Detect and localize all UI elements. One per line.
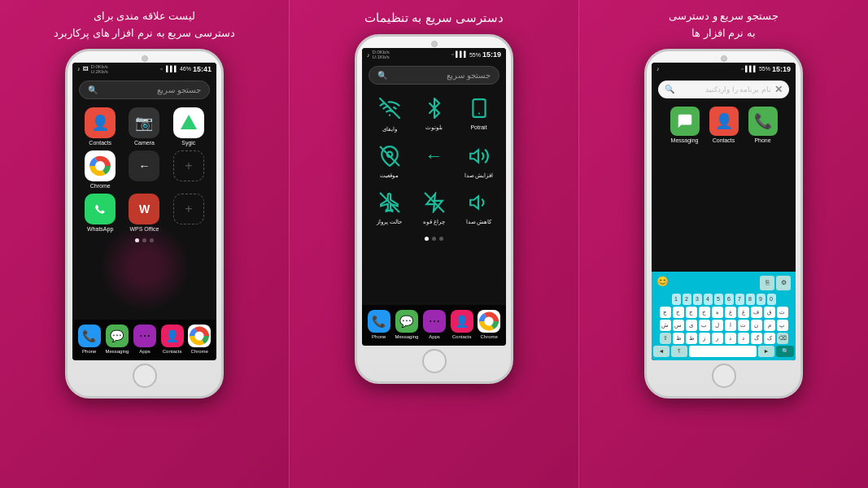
setting-bluetooth[interactable]: بلوتوث	[413, 93, 455, 137]
clear-icon[interactable]: ✕	[774, 84, 783, 95]
key-ain[interactable]: ع	[725, 307, 736, 318]
key-p[interactable]: پ	[777, 320, 788, 331]
key-7[interactable]: 7	[735, 294, 744, 305]
key-j[interactable]: ج	[673, 307, 684, 318]
key-a[interactable]: ا	[725, 320, 736, 331]
dock2-apps[interactable]: ⋯ Apps	[423, 310, 446, 339]
key-l[interactable]: ل	[712, 320, 723, 331]
speed-indicator: D:0Kb/s U:2Kb/s	[91, 64, 108, 74]
app-contacts[interactable]: 👤 Contacts	[81, 107, 120, 146]
result-messaging[interactable]: Messaging	[670, 107, 700, 143]
key-ghain[interactable]: غ	[738, 307, 749, 318]
search-input-3[interactable]: نام برنامه را واردکنید	[678, 85, 771, 94]
phone-screen-2: ♪ D:0Kb/s U:1Kb/s －▌▌▌ 55% 15:19 🔍 جستجو…	[362, 48, 506, 346]
key-ch[interactable]: چ	[660, 307, 671, 318]
dock-phone[interactable]: 📞 Phone	[78, 325, 101, 354]
key-0[interactable]: 0	[767, 294, 776, 305]
dock-phone-label: Phone	[82, 349, 96, 354]
phone-frame-3: ♪ －▌▌▌ 55% 15:19 🔍 نام برنامه را واردکنی…	[644, 49, 803, 399]
dock2-contacts[interactable]: 👤 Contacts	[451, 310, 473, 339]
dock2-phone-icon: 📞	[368, 310, 390, 333]
setting-portrait[interactable]: Potrait	[458, 93, 499, 137]
key-ta[interactable]: ط	[686, 333, 697, 344]
key-f[interactable]: ف	[751, 307, 762, 318]
key-s[interactable]: س	[673, 320, 684, 331]
time-3: 15:19	[772, 65, 791, 73]
key-t[interactable]: ت	[738, 320, 749, 331]
setting-flight[interactable]: حالت پرواز	[369, 187, 410, 230]
dock-messaging[interactable]: 💬 Messaging	[105, 325, 129, 354]
emoji-icon[interactable]: 😊	[656, 276, 669, 290]
key-n[interactable]: ن	[751, 320, 762, 331]
setting-vol-down[interactable]: کاهش صدا	[458, 187, 499, 230]
home-button-1[interactable]	[133, 364, 157, 388]
time-2: 15:19	[482, 50, 501, 59]
key-q[interactable]: ق	[764, 307, 775, 318]
key-5[interactable]: 5	[714, 294, 723, 305]
settings-icon[interactable]: ⚙	[776, 276, 791, 290]
home-button-2[interactable]	[422, 349, 447, 373]
key-zha[interactable]: ظ	[673, 333, 684, 344]
search-bar-1[interactable]: 🔍 جستجو سریع	[79, 81, 210, 99]
key-d[interactable]: د	[738, 333, 749, 344]
setting-wifi[interactable]: وایفای	[369, 93, 410, 137]
dock-apps[interactable]: ⋯ Apps	[133, 325, 156, 354]
key-shift[interactable]: ⇧	[660, 333, 671, 344]
key-y[interactable]: ی	[686, 320, 697, 331]
key-sym[interactable]: ؟	[671, 346, 687, 357]
battery-2: 55%	[469, 52, 481, 58]
result-contacts[interactable]: 👤 Contacts	[709, 107, 739, 143]
key-heh[interactable]: ه	[712, 307, 723, 318]
key-1[interactable]: 1	[672, 294, 681, 305]
app-add-1[interactable]: +	[169, 150, 208, 189]
key-m[interactable]: م	[764, 320, 775, 331]
key-3[interactable]: 3	[693, 294, 702, 305]
bluetooth-label: بلوتوث	[425, 124, 443, 131]
key-kh[interactable]: خ	[699, 307, 710, 318]
app-chrome[interactable]: Chrome	[81, 150, 120, 189]
key-4[interactable]: 4	[704, 294, 713, 305]
app-sygic[interactable]: Sygic	[169, 107, 208, 146]
setting-back[interactable]: ←	[413, 141, 455, 184]
search-bar-3[interactable]: 🔍 نام برنامه را واردکنید ✕	[658, 81, 789, 98]
location-icon	[379, 146, 400, 170]
setting-flashlight[interactable]: چراغ قوه	[413, 187, 455, 230]
phone-frame-1: ♪ 🖼 D:0Kb/s U:2Kb/s － ▌▌▌ 46% 15:41	[65, 49, 224, 399]
key-arrow-left[interactable]: ◄	[653, 346, 670, 357]
home-button-3[interactable]	[712, 364, 736, 388]
key-zal[interactable]: ذ	[725, 333, 736, 344]
key-sh[interactable]: ش	[660, 320, 671, 331]
key-b[interactable]: ب	[699, 320, 710, 331]
setting-location[interactable]: موقعیت	[369, 141, 410, 184]
key-th[interactable]: ث	[777, 307, 788, 318]
key-6[interactable]: 6	[725, 294, 734, 305]
dock2-phone[interactable]: 📞 Phone	[368, 310, 390, 339]
phone-screen-3: ♪ －▌▌▌ 55% 15:19 🔍 نام برنامه را واردکنی…	[652, 63, 796, 360]
panel-3: جستجو سریع و دسترسیبه نرم افزار ها ♪ －▌▌…	[579, 0, 868, 488]
status-bar-3: ♪ －▌▌▌ 55% 15:19	[652, 63, 796, 76]
key-search[interactable]: 🔍	[776, 346, 794, 357]
dock-chrome[interactable]: Chrome	[188, 325, 211, 354]
app-camera[interactable]: 📷 Camera	[124, 107, 164, 146]
dock2-chrome[interactable]: Chrome	[478, 310, 500, 339]
dock-contacts[interactable]: 👤 Contacts	[161, 325, 184, 354]
key-backspace[interactable]: ⌫	[777, 333, 788, 344]
key-8[interactable]: 8	[746, 294, 755, 305]
key-h[interactable]: ح	[686, 307, 697, 318]
copy-icon[interactable]: ⎘	[760, 276, 774, 290]
key-z[interactable]: ز	[699, 333, 710, 344]
search-bar-2[interactable]: 🔍 جستجو سریع	[369, 66, 499, 85]
key-k[interactable]: ک	[764, 333, 775, 344]
camera-label: Camera	[134, 140, 155, 146]
result-phone[interactable]: 📞 Phone	[748, 107, 778, 143]
key-space[interactable]	[689, 346, 757, 357]
setting-vol-up[interactable]: افزایش صدا	[458, 141, 499, 184]
key-9[interactable]: 9	[757, 294, 765, 305]
key-arrow-right[interactable]: ►	[758, 346, 774, 357]
sim-icon: ▌▌▌	[166, 66, 178, 72]
key-g[interactable]: گ	[751, 333, 762, 344]
dock2-messaging[interactable]: 💬 Messaging	[395, 310, 418, 339]
app-back[interactable]: ←	[124, 150, 164, 189]
key-r[interactable]: ر	[712, 333, 723, 344]
key-2[interactable]: 2	[683, 294, 691, 305]
